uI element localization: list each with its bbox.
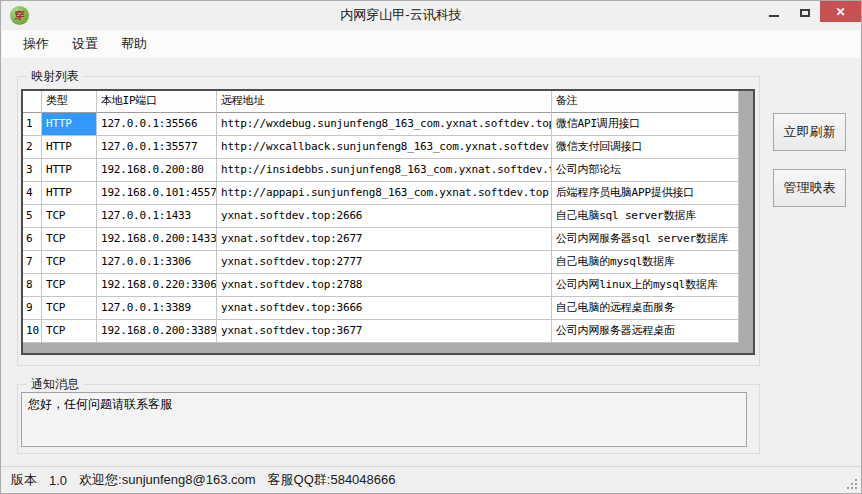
version-value: 1.0 — [49, 473, 67, 488]
local-endpoint-cell[interactable]: 127.0.0.1:35577 — [97, 136, 217, 159]
local-endpoint-cell[interactable]: 192.168.0.200:3389 — [97, 320, 217, 343]
type-cell[interactable]: HTTP — [42, 182, 97, 205]
remote-address-cell[interactable]: yxnat.softdev.top:2777 — [217, 251, 552, 274]
type-cell[interactable]: HTTP — [42, 136, 97, 159]
table-row[interactable]: 5TCP127.0.0.1:1433yxnat.softdev.top:2666… — [23, 205, 753, 228]
row-number: 3 — [23, 159, 42, 182]
note-cell[interactable]: 微信API调用接口 — [552, 113, 739, 136]
note-cell[interactable]: 自己电脑的远程桌面服务 — [552, 297, 739, 320]
local-endpoint-cell[interactable]: 127.0.0.1:3389 — [97, 297, 217, 320]
remote-address-cell[interactable]: http://wxcallback.sunjunfeng8_163_com.yx… — [217, 136, 552, 159]
row-number: 6 — [23, 228, 42, 251]
table-row[interactable]: 4HTTP192.168.0.101:45577http://appapi.su… — [23, 182, 753, 205]
maximize-icon — [800, 9, 810, 17]
row-number: 4 — [23, 182, 42, 205]
menu-item-operate[interactable]: 操作 — [13, 31, 59, 57]
row-number: 2 — [23, 136, 42, 159]
resize-grip-icon[interactable] — [845, 477, 857, 489]
caption-controls: ✕ — [758, 1, 861, 22]
type-cell[interactable]: TCP — [42, 274, 97, 297]
menubar: 操作 设置 帮助 — [2, 30, 860, 58]
local-endpoint-cell[interactable]: 192.168.0.220:3306 — [97, 274, 217, 297]
type-cell[interactable]: TCP — [42, 228, 97, 251]
table-row[interactable]: 10TCP192.168.0.200:3389yxnat.softdev.top… — [23, 320, 753, 343]
remote-address-cell[interactable]: http://insidebbs.sunjunfeng8_163_com.yxn… — [217, 159, 552, 182]
row-number: 9 — [23, 297, 42, 320]
note-cell[interactable]: 自己电脑的mysql数据库 — [552, 251, 739, 274]
local-endpoint-cell[interactable]: 127.0.0.1:1433 — [97, 205, 217, 228]
manage-mappings-button[interactable]: 管理映表 — [773, 169, 846, 207]
row-number: 5 — [23, 205, 42, 228]
type-cell[interactable]: TCP — [42, 320, 97, 343]
pangolin-logo-icon: 穿 — [15, 11, 25, 21]
row-number: 8 — [23, 274, 42, 297]
local-endpoint-cell[interactable]: 192.168.0.200:80 — [97, 159, 217, 182]
menu-item-help[interactable]: 帮助 — [111, 31, 157, 57]
local-endpoint-cell[interactable]: 127.0.0.1:35566 — [97, 113, 217, 136]
remote-address-cell[interactable]: yxnat.softdev.top:2677 — [217, 228, 552, 251]
remote-address-cell[interactable]: yxnat.softdev.top:3677 — [217, 320, 552, 343]
table-row[interactable]: 6TCP192.168.0.200:1433yxnat.softdev.top:… — [23, 228, 753, 251]
remote-address-cell[interactable]: yxnat.softdev.top:2788 — [217, 274, 552, 297]
column-header[interactable] — [23, 91, 42, 113]
window-title: 内网穿山甲-云讯科技 — [61, 1, 741, 30]
maximize-button[interactable] — [789, 1, 820, 22]
table-row[interactable]: 1HTTP127.0.0.1:35566http://wxdebug.sunju… — [23, 113, 753, 136]
table-row[interactable]: 2HTTP127.0.0.1:35577http://wxcallback.su… — [23, 136, 753, 159]
table-row[interactable]: 8TCP192.168.0.220:3306yxnat.softdev.top:… — [23, 274, 753, 297]
column-header[interactable]: 远程地址 — [217, 91, 552, 113]
row-number: 7 — [23, 251, 42, 274]
mapping-list-group-label: 映射列表 — [27, 68, 83, 84]
minimize-button[interactable] — [758, 1, 789, 22]
app-icon: 穿 — [10, 6, 29, 25]
menu-item-settings[interactable]: 设置 — [62, 31, 108, 57]
mapping-grid[interactable]: 类型本地IP端口远程地址备注1HTTP127.0.0.1:35566http:/… — [21, 89, 755, 355]
table-row[interactable]: 7TCP127.0.0.1:3306yxnat.softdev.top:2777… — [23, 251, 753, 274]
notice-message-box[interactable]: 您好，任何问题请联系客服 — [21, 392, 747, 447]
note-cell[interactable]: 公司内部论坛 — [552, 159, 739, 182]
refresh-now-button[interactable]: 立即刷新 — [773, 113, 846, 151]
local-endpoint-cell[interactable]: 192.168.0.101:45577 — [97, 182, 217, 205]
note-cell[interactable]: 后端程序员电脑APP提供接口 — [552, 182, 739, 205]
remote-address-cell[interactable]: http://appapi.sunjunfeng8_163_com.yxnat.… — [217, 182, 552, 205]
app-window: 穿 内网穿山甲-云讯科技 ✕ 操作 设置 帮助 映射列表 类型本地IP端口远程地… — [0, 0, 862, 494]
close-icon: ✕ — [835, 5, 845, 19]
note-cell[interactable]: 微信支付回调接口 — [552, 136, 739, 159]
remote-address-cell[interactable]: yxnat.softdev.top:2666 — [217, 205, 552, 228]
status-bar: 版本 1.0 欢迎您:sunjunfeng8@163.com 客服QQ群:584… — [1, 466, 861, 493]
remote-address-cell[interactable]: http://wxdebug.sunjunfeng8_163_com.yxnat… — [217, 113, 552, 136]
note-cell[interactable]: 公司内网服务器sql server数据库 — [552, 228, 739, 251]
column-header[interactable]: 备注 — [552, 91, 739, 113]
type-cell[interactable]: HTTP — [42, 159, 97, 182]
qq-group-text: 客服QQ群:584048666 — [268, 471, 396, 489]
notice-group-label: 通知消息 — [27, 376, 83, 392]
note-cell[interactable]: 自己电脑sql server数据库 — [552, 205, 739, 228]
table-row[interactable]: 9TCP127.0.0.1:3389yxnat.softdev.top:3666… — [23, 297, 753, 320]
titlebar[interactable]: 穿 内网穿山甲-云讯科技 ✕ — [1, 1, 861, 30]
welcome-text: 欢迎您:sunjunfeng8@163.com — [79, 471, 256, 489]
type-cell[interactable]: HTTP — [42, 113, 97, 136]
local-endpoint-cell[interactable]: 127.0.0.1:3306 — [97, 251, 217, 274]
version-label: 版本 — [11, 471, 37, 489]
type-cell[interactable]: TCP — [42, 205, 97, 228]
column-header[interactable]: 本地IP端口 — [97, 91, 217, 113]
close-button[interactable]: ✕ — [820, 1, 861, 22]
type-cell[interactable]: TCP — [42, 297, 97, 320]
table-row[interactable]: 3HTTP192.168.0.200:80http://insidebbs.su… — [23, 159, 753, 182]
row-number: 10 — [23, 320, 42, 343]
local-endpoint-cell[interactable]: 192.168.0.200:1433 — [97, 228, 217, 251]
remote-address-cell[interactable]: yxnat.softdev.top:3666 — [217, 297, 552, 320]
note-cell[interactable]: 公司内网服务器远程桌面 — [552, 320, 739, 343]
grid-header-row: 类型本地IP端口远程地址备注 — [23, 91, 753, 113]
note-cell[interactable]: 公司内网linux上的mysql数据库 — [552, 274, 739, 297]
minimize-icon — [769, 15, 779, 17]
type-cell[interactable]: TCP — [42, 251, 97, 274]
row-number: 1 — [23, 113, 42, 136]
column-header[interactable]: 类型 — [42, 91, 97, 113]
